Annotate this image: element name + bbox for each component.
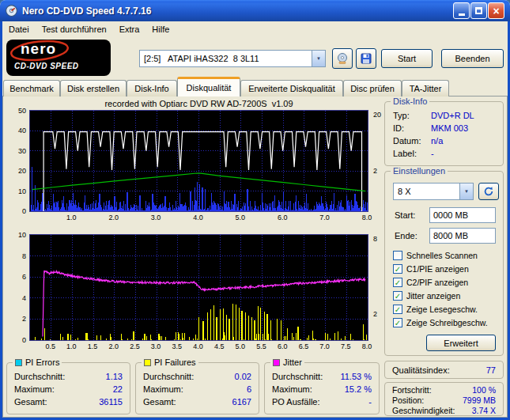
x-axis-tick-label: 7.0 (315, 342, 334, 350)
stat-row: Maximum:22 (14, 384, 123, 394)
tab-erweiterte-diskqualitaet[interactable]: Erweiterte Diskqualität (240, 80, 343, 96)
y-axis-tick-label: 10 (18, 231, 26, 239)
stat-label: Durchschnitt: (272, 372, 323, 381)
checkbox-label: Schnelles Scannen (406, 251, 478, 260)
checkbox-c2-pif-anzeigen[interactable]: ✓C2/PIF anzeigen (393, 277, 468, 288)
pi-errors-legend-icon (15, 359, 22, 366)
minimize-button[interactable] (453, 2, 470, 19)
exit-button[interactable]: Beenden (441, 49, 504, 68)
chart-header: recorded with Optiarc DVD RW AD-7200S v1… (29, 99, 368, 108)
refresh-icon (483, 186, 494, 197)
end-position-input[interactable]: 8000 MB (429, 228, 496, 244)
row-label: Typ: (393, 111, 410, 120)
tab-ta-jitter[interactable]: TA-Jitter (402, 80, 449, 96)
checkbox-label: C2/PIF anzeigen (406, 278, 468, 287)
progress-value: 100 % (472, 385, 496, 395)
tab-benchmark[interactable]: Benchmark (3, 80, 60, 96)
stat-value: 22 (113, 384, 123, 394)
x-axis-tick-label: 4.0 (189, 214, 208, 221)
y-axis-tick-label: 10 (18, 187, 26, 195)
x-axis-tick-label: 8.0 (357, 214, 376, 221)
start-position-input[interactable]: 0000 MB (429, 207, 496, 223)
end-position-value: 8000 MB (433, 231, 468, 240)
tab-diskqualitaet[interactable]: Diskqualität (177, 77, 240, 96)
dropdown-arrow-icon[interactable]: ▼ (312, 51, 325, 66)
close-icon: × (493, 6, 499, 17)
group-title-text: PI Failures (154, 358, 196, 367)
progress-label: Position: (392, 395, 424, 405)
speed-selector[interactable]: 8 X ▼ (393, 183, 474, 200)
checkbox-zeige-schreibgeschw[interactable]: ✓Zeige Schreibgeschw. (393, 317, 488, 328)
checkbox-box: ✓ (393, 278, 402, 287)
tab-label: Benchmark (9, 84, 54, 93)
nero-logo: nero CD-DVD SPEED (6, 40, 111, 76)
start-button[interactable]: Start (381, 49, 433, 68)
y-axis-tick-label: 50 (18, 107, 26, 115)
y-axis-tick-label: 0 (22, 336, 26, 344)
jitter-stats-group: Jitter Durchschnitt:11.53 % Maximum:15.2… (264, 362, 380, 414)
x-axis-tick-label: 4.5 (210, 342, 229, 350)
progress-panel: Fortschritt:100 % Position:7999 MB Gesch… (384, 382, 504, 416)
speed-value: 8 X (394, 187, 411, 196)
x-axis-tick-label: 5.5 (252, 342, 271, 350)
progress-row: Fortschritt:100 % (392, 385, 496, 395)
tab-label: Diskqualität (187, 83, 232, 93)
x-axis-tick-label: 0.5 (41, 342, 60, 350)
pi-failures-stats-title: PI Failures (142, 358, 198, 367)
advanced-button[interactable]: Erweitert (426, 335, 496, 351)
window-title: Nero CD-DVD Speed 4.7.7.16 (22, 6, 151, 17)
maximize-button[interactable] (470, 2, 487, 19)
stat-row: Maximum:6 (143, 384, 251, 394)
pi-failures-stats-group: PI Failures Durchschnitt:0.02 Maximum:6 … (135, 362, 259, 414)
disk-info-row-id: ID:MKM 003 (393, 123, 498, 134)
tab-disc-pruefen[interactable]: Disc prüfen (343, 80, 402, 96)
menu-hilfe[interactable]: Hilfe (145, 23, 176, 36)
row-label: Datum: (393, 136, 421, 146)
stat-row: PO Ausfälle:- (272, 397, 372, 407)
menu-datei[interactable]: Datei (2, 23, 36, 36)
checkbox-jitter-anzeigen[interactable]: ✓Jitter anzeigen (393, 290, 460, 301)
group-title-text: PI Errors (25, 358, 59, 367)
load-disc-button[interactable] (332, 48, 353, 69)
checkbox-c1-pie-anzeigen[interactable]: ✓C1/PIE anzeigen (393, 263, 469, 274)
disk-info-row-typ: Typ:DVD+R DL (393, 111, 498, 122)
pi-errors-chart (29, 110, 368, 212)
menu-extra[interactable]: Extra (113, 23, 146, 36)
jitter-chart-x-axis: 0.51.01.52.02.53.03.54.04.55.05.56.06.57… (29, 342, 368, 350)
jitter-chart-canvas (30, 235, 368, 340)
right-axis-tick-label: 20 (373, 111, 381, 119)
y-axis-tick-label: 2 (22, 315, 26, 323)
tab-label: Disc prüfen (350, 84, 395, 93)
progress-row: Position:7999 MB (392, 395, 496, 405)
x-axis-tick-label: 2.5 (125, 342, 144, 350)
stat-value: - (368, 397, 372, 407)
stat-value: 15.2 % (345, 384, 372, 394)
row-value: MKM 003 (431, 123, 468, 133)
app-window: Nero CD-DVD Speed 4.7.7.16 × Datei Test … (0, 0, 510, 420)
disk-info-row-label: Label:- (393, 149, 498, 160)
checkbox-schnelles-scannen[interactable]: Schnelles Scannen (393, 250, 478, 261)
row-label: Label: (393, 149, 417, 158)
menu-test-durchfuehren[interactable]: Test durchführen (36, 23, 113, 36)
pi-chart-x-axis: 1.02.03.04.05.06.07.08.0 (29, 214, 368, 221)
logo-product-text: CD-DVD SPEED (14, 62, 79, 70)
disk-info-row-datum: Datum:n/a (393, 136, 498, 147)
checkbox-zeige-lesegeschw[interactable]: ✓Zeige Lesegeschw. (393, 304, 478, 315)
tab-disk-info[interactable]: Disk-Info (127, 80, 177, 96)
logo-brand-text: nero (21, 40, 56, 58)
save-button[interactable] (356, 48, 376, 69)
close-button[interactable]: × (488, 2, 504, 19)
drive-selector[interactable]: [2:5] ATAPI iHAS322 8 3L11 ▼ (139, 50, 326, 67)
tab-disk-erstellen[interactable]: Disk erstellen (60, 80, 127, 96)
title-bar[interactable]: Nero CD-DVD Speed 4.7.7.16 × (0, 0, 510, 21)
stat-row: Gesamt:6167 (143, 397, 251, 407)
right-axis-tick-label: 2 (373, 167, 377, 175)
x-axis-tick-label: 3.0 (146, 342, 165, 350)
checkbox-label: C1/PIE anzeigen (406, 264, 469, 274)
app-icon (5, 4, 18, 17)
speed-dropdown-arrow-icon[interactable]: ▼ (459, 184, 473, 199)
x-axis-tick-label: 1.0 (62, 214, 81, 221)
refresh-speeds-button[interactable] (478, 183, 499, 200)
y-axis-tick-label: 6 (22, 273, 26, 281)
quality-index-panel: Qualitätsindex: 77 (384, 361, 504, 379)
